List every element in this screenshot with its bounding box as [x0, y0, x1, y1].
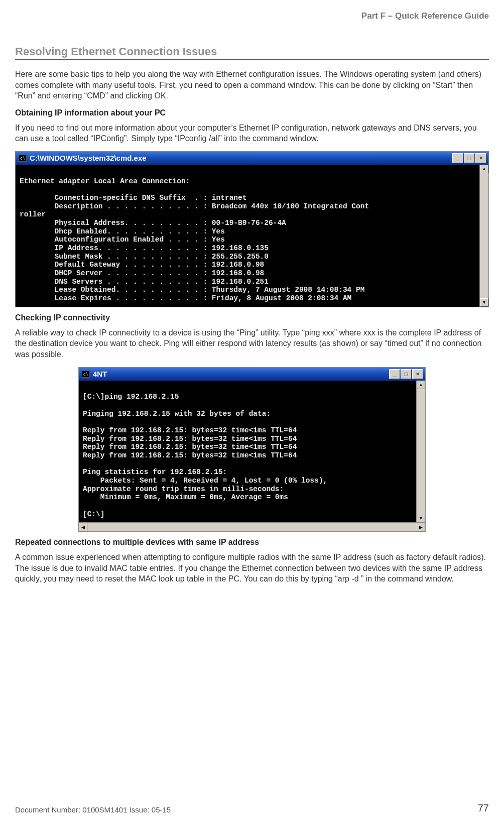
paragraph-repeated-connections: A common issue experienced when attempti… — [15, 552, 489, 584]
vertical-scrollbar[interactable]: ▲ ▼ — [479, 165, 488, 307]
maximize-button[interactable]: □ — [401, 369, 412, 379]
part-header: Part F – Quick Reference Guide — [15, 11, 489, 21]
section-title: Resolving Ethernet Connection Issues — [15, 45, 489, 60]
horizontal-scrollbar[interactable]: ◀ ▶ — [79, 522, 425, 531]
cmd-icon: c\ — [19, 155, 27, 162]
minimize-button[interactable]: _ — [389, 369, 400, 379]
cmd-output-ping: [C:\]ping 192.168.2.15 Pinging 192.168.2… — [79, 381, 416, 523]
paragraph-ip-info: If you need to find out more information… — [15, 123, 489, 144]
cmd-window-ipconfig: c\ C:\WINDOWS\system32\cmd.exe _ □ × Eth… — [15, 151, 489, 307]
close-button[interactable]: × — [412, 369, 423, 379]
cmd-output-ipconfig: Ethernet adapter Local Area Connection: … — [16, 165, 479, 307]
scroll-down-button[interactable]: ▼ — [417, 514, 425, 522]
document-number: Document Number: 0100SM1401 Issue: 05-15 — [15, 805, 171, 814]
scroll-up-button[interactable]: ▲ — [417, 381, 425, 389]
subheading-connectivity: Checking IP connectivity — [15, 313, 489, 322]
cmd-icon: c\ — [82, 371, 90, 378]
scroll-left-button[interactable]: ◀ — [79, 523, 87, 531]
scroll-down-button[interactable]: ▼ — [480, 298, 488, 307]
maximize-button[interactable]: □ — [464, 153, 475, 163]
minimize-button[interactable]: _ — [452, 153, 463, 163]
subheading-ip-info: Obtaining IP information about your PC — [15, 108, 489, 118]
cmd-titlebar: c\ C:\WINDOWS\system32\cmd.exe _ □ × — [16, 152, 488, 165]
intro-paragraph: Here are some basic tips to help you alo… — [15, 69, 489, 101]
scroll-up-button[interactable]: ▲ — [480, 165, 488, 173]
page-number: 77 — [478, 802, 489, 814]
scroll-right-button[interactable]: ▶ — [417, 523, 425, 531]
close-button[interactable]: × — [475, 153, 486, 163]
vertical-scrollbar[interactable]: ▲ ▼ — [416, 381, 425, 523]
cmd-title: 4NT — [93, 370, 389, 378]
cmd-titlebar: c\ 4NT _ □ × — [79, 368, 425, 381]
subheading-repeated-connections: Repeated connections to multiple devices… — [15, 538, 489, 547]
paragraph-connectivity: A reliable way to check IP connectivity … — [15, 327, 489, 360]
page-footer: Document Number: 0100SM1401 Issue: 05-15… — [15, 802, 489, 814]
cmd-window-ping: c\ 4NT _ □ × [C:\]ping 192.168.2.15 Ping… — [78, 367, 426, 532]
cmd-title: C:\WINDOWS\system32\cmd.exe — [30, 154, 452, 162]
